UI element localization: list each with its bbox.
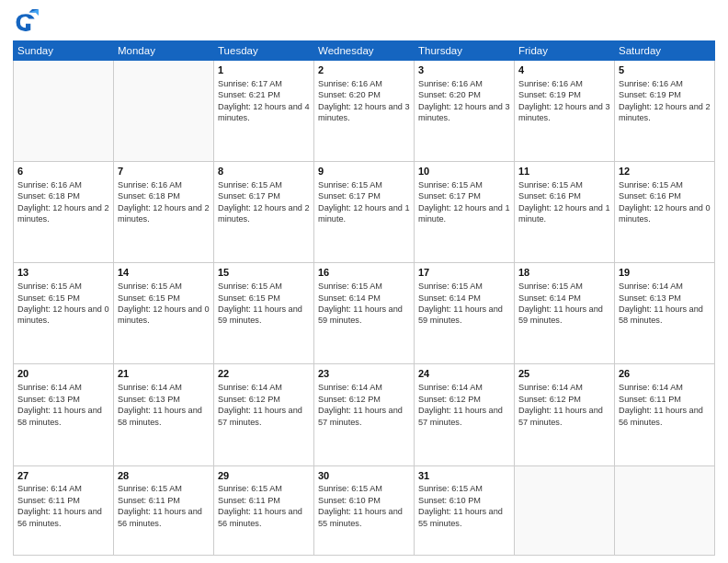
day-cell: 11Sunrise: 6:15 AM Sunset: 6:16 PM Dayli… <box>515 162 615 263</box>
day-cell: 23Sunrise: 6:14 AM Sunset: 6:12 PM Dayli… <box>314 364 415 465</box>
day-number: 10 <box>418 165 510 178</box>
day-info: Sunrise: 6:14 AM Sunset: 6:12 PM Dayligh… <box>218 382 310 428</box>
day-number: 25 <box>518 367 610 381</box>
day-cell: 24Sunrise: 6:14 AM Sunset: 6:12 PM Dayli… <box>415 364 515 465</box>
col-header-saturday: Saturday <box>615 41 715 61</box>
day-number: 18 <box>518 266 610 280</box>
day-info: Sunrise: 6:16 AM Sunset: 6:18 PM Dayligh… <box>17 179 109 225</box>
day-cell: 13Sunrise: 6:15 AM Sunset: 6:15 PM Dayli… <box>14 263 114 364</box>
day-info: Sunrise: 6:14 AM Sunset: 6:12 PM Dayligh… <box>418 382 510 428</box>
day-number: 30 <box>318 469 410 483</box>
day-number: 7 <box>118 165 210 178</box>
day-info: Sunrise: 6:16 AM Sunset: 6:19 PM Dayligh… <box>518 78 610 124</box>
day-info: Sunrise: 6:15 AM Sunset: 6:10 PM Dayligh… <box>418 483 510 529</box>
day-cell: 18Sunrise: 6:15 AM Sunset: 6:14 PM Dayli… <box>515 263 615 364</box>
day-number: 11 <box>518 165 610 178</box>
day-cell: 26Sunrise: 6:14 AM Sunset: 6:11 PM Dayli… <box>615 364 715 465</box>
day-number: 29 <box>218 469 310 483</box>
day-info: Sunrise: 6:14 AM Sunset: 6:13 PM Dayligh… <box>619 281 711 327</box>
day-number: 26 <box>619 367 711 381</box>
day-cell: 30Sunrise: 6:15 AM Sunset: 6:10 PM Dayli… <box>314 465 415 555</box>
day-cell: 16Sunrise: 6:15 AM Sunset: 6:14 PM Dayli… <box>314 263 415 364</box>
day-cell: 14Sunrise: 6:15 AM Sunset: 6:15 PM Dayli… <box>114 263 214 364</box>
day-cell: 10Sunrise: 6:15 AM Sunset: 6:17 PM Dayli… <box>415 162 515 263</box>
day-info: Sunrise: 6:15 AM Sunset: 6:15 PM Dayligh… <box>17 281 109 327</box>
day-cell: 3Sunrise: 6:16 AM Sunset: 6:20 PM Daylig… <box>415 61 515 162</box>
header <box>13 9 715 35</box>
day-info: Sunrise: 6:14 AM Sunset: 6:11 PM Dayligh… <box>619 382 711 428</box>
day-cell: 2Sunrise: 6:16 AM Sunset: 6:20 PM Daylig… <box>314 61 415 162</box>
day-cell <box>114 61 214 162</box>
day-cell: 7Sunrise: 6:16 AM Sunset: 6:18 PM Daylig… <box>114 162 214 263</box>
day-cell: 17Sunrise: 6:15 AM Sunset: 6:14 PM Dayli… <box>415 263 515 364</box>
day-info: Sunrise: 6:15 AM Sunset: 6:11 PM Dayligh… <box>118 483 210 529</box>
day-info: Sunrise: 6:15 AM Sunset: 6:16 PM Dayligh… <box>619 179 711 225</box>
day-number: 21 <box>118 367 210 381</box>
col-header-sunday: Sunday <box>14 41 114 61</box>
day-number: 13 <box>17 266 109 280</box>
logo-icon <box>13 9 39 35</box>
day-info: Sunrise: 6:15 AM Sunset: 6:14 PM Dayligh… <box>518 281 610 327</box>
day-cell: 1Sunrise: 6:17 AM Sunset: 6:21 PM Daylig… <box>214 61 314 162</box>
day-cell: 6Sunrise: 6:16 AM Sunset: 6:18 PM Daylig… <box>14 162 114 263</box>
day-number: 5 <box>619 63 711 77</box>
day-info: Sunrise: 6:16 AM Sunset: 6:20 PM Dayligh… <box>318 78 410 124</box>
day-number: 31 <box>418 469 510 483</box>
day-cell: 20Sunrise: 6:14 AM Sunset: 6:13 PM Dayli… <box>14 364 114 465</box>
day-info: Sunrise: 6:15 AM Sunset: 6:11 PM Dayligh… <box>218 483 310 529</box>
logo <box>13 9 42 35</box>
page: SundayMondayTuesdayWednesdayThursdayFrid… <box>0 0 728 563</box>
day-info: Sunrise: 6:15 AM Sunset: 6:14 PM Dayligh… <box>318 281 410 327</box>
day-number: 14 <box>118 266 210 280</box>
day-number: 17 <box>418 266 510 280</box>
day-info: Sunrise: 6:14 AM Sunset: 6:12 PM Dayligh… <box>518 382 610 428</box>
day-info: Sunrise: 6:15 AM Sunset: 6:15 PM Dayligh… <box>118 281 210 327</box>
day-number: 24 <box>418 367 510 381</box>
day-info: Sunrise: 6:15 AM Sunset: 6:14 PM Dayligh… <box>418 281 510 327</box>
day-cell: 9Sunrise: 6:15 AM Sunset: 6:17 PM Daylig… <box>314 162 415 263</box>
day-number: 8 <box>218 165 310 178</box>
col-header-friday: Friday <box>515 41 615 61</box>
day-cell: 31Sunrise: 6:15 AM Sunset: 6:10 PM Dayli… <box>415 465 515 555</box>
day-number: 20 <box>17 367 109 381</box>
day-cell: 21Sunrise: 6:14 AM Sunset: 6:13 PM Dayli… <box>114 364 214 465</box>
day-info: Sunrise: 6:17 AM Sunset: 6:21 PM Dayligh… <box>218 78 310 124</box>
day-cell: 12Sunrise: 6:15 AM Sunset: 6:16 PM Dayli… <box>615 162 715 263</box>
day-cell: 8Sunrise: 6:15 AM Sunset: 6:17 PM Daylig… <box>214 162 314 263</box>
col-header-monday: Monday <box>114 41 214 61</box>
day-cell: 27Sunrise: 6:14 AM Sunset: 6:11 PM Dayli… <box>14 465 114 555</box>
day-number: 1 <box>218 63 310 77</box>
day-info: Sunrise: 6:14 AM Sunset: 6:13 PM Dayligh… <box>118 382 210 428</box>
day-info: Sunrise: 6:16 AM Sunset: 6:20 PM Dayligh… <box>418 78 510 124</box>
day-number: 9 <box>318 165 410 178</box>
day-number: 28 <box>118 469 210 483</box>
day-cell <box>515 465 615 555</box>
day-number: 27 <box>17 469 109 483</box>
day-cell: 29Sunrise: 6:15 AM Sunset: 6:11 PM Dayli… <box>214 465 314 555</box>
day-info: Sunrise: 6:15 AM Sunset: 6:10 PM Dayligh… <box>318 483 410 529</box>
day-info: Sunrise: 6:14 AM Sunset: 6:11 PM Dayligh… <box>17 483 109 529</box>
day-number: 16 <box>318 266 410 280</box>
calendar-table: SundayMondayTuesdayWednesdayThursdayFrid… <box>13 40 715 556</box>
day-info: Sunrise: 6:15 AM Sunset: 6:17 PM Dayligh… <box>218 179 310 225</box>
day-info: Sunrise: 6:16 AM Sunset: 6:18 PM Dayligh… <box>118 179 210 225</box>
day-cell: 5Sunrise: 6:16 AM Sunset: 6:19 PM Daylig… <box>615 61 715 162</box>
day-number: 3 <box>418 63 510 77</box>
day-cell <box>14 61 114 162</box>
day-info: Sunrise: 6:14 AM Sunset: 6:12 PM Dayligh… <box>318 382 410 428</box>
day-number: 12 <box>619 165 711 178</box>
day-number: 23 <box>318 367 410 381</box>
day-info: Sunrise: 6:15 AM Sunset: 6:15 PM Dayligh… <box>218 281 310 327</box>
col-header-thursday: Thursday <box>415 41 515 61</box>
day-info: Sunrise: 6:15 AM Sunset: 6:17 PM Dayligh… <box>418 179 510 225</box>
day-number: 4 <box>518 63 610 77</box>
day-cell: 19Sunrise: 6:14 AM Sunset: 6:13 PM Dayli… <box>615 263 715 364</box>
day-info: Sunrise: 6:16 AM Sunset: 6:19 PM Dayligh… <box>619 78 711 124</box>
col-header-tuesday: Tuesday <box>214 41 314 61</box>
day-cell: 25Sunrise: 6:14 AM Sunset: 6:12 PM Dayli… <box>515 364 615 465</box>
day-number: 6 <box>17 165 109 178</box>
day-info: Sunrise: 6:15 AM Sunset: 6:16 PM Dayligh… <box>518 179 610 225</box>
day-cell <box>615 465 715 555</box>
day-number: 2 <box>318 63 410 77</box>
day-info: Sunrise: 6:14 AM Sunset: 6:13 PM Dayligh… <box>17 382 109 428</box>
